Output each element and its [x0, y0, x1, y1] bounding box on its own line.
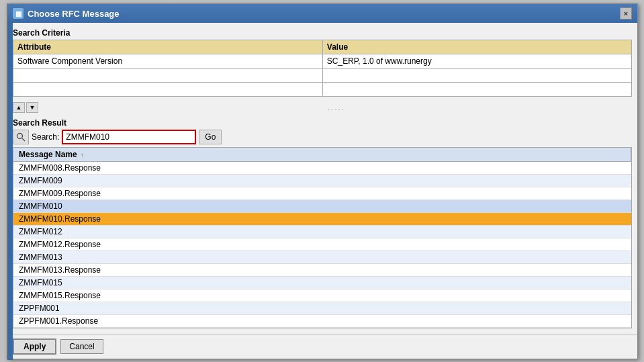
dialog-icon: ▦: [13, 8, 24, 19]
criteria-col-attribute: Attribute: [13, 40, 323, 54]
criteria-section-title: Search Criteria: [13, 28, 632, 38]
cancel-button[interactable]: Cancel: [60, 339, 103, 354]
result-section-title: Search Result: [13, 118, 632, 128]
message-name-cell: ZPPFM002: [13, 328, 631, 329]
divider-dots: .....: [41, 103, 632, 111]
criteria-row: Software Component Version SC_ERP, 1.0 o…: [13, 54, 632, 69]
criteria-col-value: Value: [322, 40, 631, 54]
result-col-message-name: Message Name ↑: [13, 148, 631, 162]
message-name-cell: ZMMFM010.Response: [13, 213, 631, 226]
sidebar-accent: [7, 23, 13, 360]
dialog-body: Search Criteria Attribute Value Software…: [7, 23, 637, 334]
table-row[interactable]: ZMMFM015.Response: [13, 289, 631, 302]
result-table-wrapper[interactable]: Message Name ↑ ZMMFM008.ResponseZMMFM009…: [13, 147, 632, 328]
search-label: Search:: [32, 132, 59, 142]
divider-row: ▲ ▼ .....: [13, 102, 632, 113]
svg-point-0: [17, 134, 23, 139]
dialog-footer: Apply Cancel: [7, 334, 637, 359]
table-row[interactable]: ZMMFM013: [13, 251, 631, 264]
search-icon: [16, 132, 26, 142]
criteria-table: Attribute Value Software Component Versi…: [13, 40, 632, 97]
table-row[interactable]: ZMMFM009: [13, 175, 631, 187]
search-icon-button[interactable]: [13, 130, 29, 144]
sort-arrow-icon: ↑: [81, 152, 84, 159]
message-name-cell: ZPPFM001.Response: [13, 315, 631, 328]
dialog-title: Choose RFC Message: [28, 9, 120, 19]
message-name-cell: ZMMFM013: [13, 251, 631, 264]
table-row[interactable]: ZMMFM015: [13, 277, 631, 289]
close-button[interactable]: ×: [620, 7, 632, 19]
message-name-cell: ZMMFM015: [13, 277, 631, 289]
message-name-cell: ZMMFM012: [13, 226, 631, 238]
message-name-cell: ZMMFM009: [13, 175, 631, 187]
criteria-value: SC_ERP, 1.0 of www.runergy: [322, 54, 631, 69]
message-name-cell: ZPPFM001: [13, 302, 631, 315]
message-name-cell: ZMMFM015.Response: [13, 289, 631, 302]
svg-line-1: [22, 138, 25, 141]
table-row[interactable]: ZMMFM008.Response: [13, 162, 631, 175]
table-row[interactable]: ZMMFM010: [13, 200, 631, 213]
message-name-cell: ZMMFM010: [13, 200, 631, 213]
table-row[interactable]: ZPPFM001: [13, 302, 631, 315]
criteria-row-empty2: [13, 83, 632, 97]
result-table: Message Name ↑ ZMMFM008.ResponseZMMFM009…: [13, 148, 631, 328]
message-name-cell: ZMMFM012.Response: [13, 238, 631, 251]
search-result-section: Search Result Search: Go: [13, 118, 632, 328]
search-bar: Search: Go: [13, 130, 632, 144]
table-row[interactable]: ZMMFM013.Response: [13, 264, 631, 277]
table-row[interactable]: ZMMFM010.Response: [13, 213, 631, 226]
criteria-attribute: Software Component Version: [13, 54, 323, 69]
search-input[interactable]: [62, 130, 196, 144]
collapse-arrow-button[interactable]: ▲: [13, 102, 25, 113]
table-row[interactable]: ZMMFM012.Response: [13, 238, 631, 251]
message-name-cell: ZMMFM008.Response: [13, 162, 631, 175]
table-row[interactable]: ZPPFM001.Response: [13, 315, 631, 328]
title-left: ▦ Choose RFC Message: [13, 8, 120, 19]
message-name-cell: ZMMFM013.Response: [13, 264, 631, 277]
apply-button[interactable]: Apply: [13, 338, 56, 355]
table-row[interactable]: ZMMFM009.Response: [13, 187, 631, 200]
expand-arrow-button[interactable]: ▼: [26, 102, 38, 113]
criteria-row-empty: [13, 69, 632, 83]
table-row[interactable]: ZPPFM002: [13, 328, 631, 329]
search-criteria-section: Search Criteria Attribute Value Software…: [13, 28, 632, 97]
message-name-cell: ZMMFM009.Response: [13, 187, 631, 200]
table-row[interactable]: ZMMFM012: [13, 226, 631, 238]
divider-arrows: ▲ ▼: [13, 102, 38, 113]
go-button[interactable]: Go: [199, 130, 222, 144]
choose-rfc-dialog: ▦ Choose RFC Message × Search Criteria A…: [7, 3, 638, 359]
dialog-titlebar: ▦ Choose RFC Message ×: [7, 4, 637, 23]
